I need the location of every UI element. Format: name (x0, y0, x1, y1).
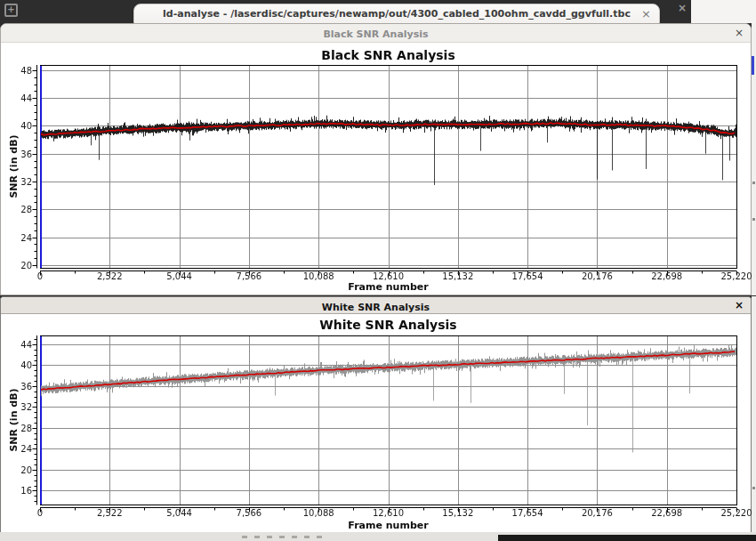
black-y-axis-label: SNR (in dB) (8, 134, 20, 198)
y-tick-label: 28 (5, 205, 32, 214)
white-snr-titlebar[interactable]: White SNR Analysis × (1, 297, 751, 314)
black-snr-window: Black SNR Analysis × Black SNR Analysis … (0, 23, 752, 295)
x-tick-label: 17,654 (507, 508, 548, 518)
bottom-window-edge (0, 532, 756, 541)
white-snr-window: White SNR Analysis × White SNR Analysis … (0, 296, 752, 532)
x-tick-label: 2,522 (89, 508, 130, 518)
y-tick-label: 32 (5, 177, 32, 187)
y-tick-label: 16 (5, 486, 32, 496)
black-snr-plot-canvas[interactable] (1, 43, 751, 295)
black-chart-title: Black SNR Analysis (40, 48, 736, 62)
y-tick-label: 24 (5, 444, 32, 454)
ld-analyse-close-button[interactable]: × (641, 4, 651, 24)
x-tick-label: 0 (20, 508, 60, 518)
ld-analyse-title: ld-analyse - /laserdisc/captures/newamp/… (134, 4, 659, 24)
x-tick-label: 25,220 (716, 508, 756, 518)
desktop: + × ld-analyse - /laserdisc/captures/new… (0, 0, 756, 541)
y-tick-label: 20 (5, 261, 32, 270)
x-tick-label: 7,566 (229, 508, 269, 518)
x-tick-label: 0 (20, 271, 60, 281)
x-tick-label: 7,566 (229, 271, 269, 281)
window-edge-artifact (752, 487, 755, 489)
x-tick-label: 20,176 (576, 508, 617, 518)
y-tick-label: 40 (5, 360, 32, 370)
black-snr-close-button[interactable]: × (735, 24, 744, 43)
y-tick-label: 48 (5, 66, 32, 76)
x-tick-label: 17,654 (507, 271, 548, 281)
y-tick-label: 40 (5, 121, 32, 131)
x-tick-label: 2,522 (89, 271, 130, 281)
black-snr-titlebar[interactable]: Black SNR Analysis × (1, 24, 751, 43)
white-snr-close-button[interactable]: × (735, 297, 744, 314)
black-snr-titlebar-title: Black SNR Analysis (323, 28, 428, 40)
y-tick-label: 28 (5, 424, 32, 433)
white-x-axis-label: Frame number (40, 520, 736, 531)
window-edge-artifact (752, 218, 755, 221)
x-tick-label: 5,044 (159, 508, 200, 518)
white-snr-chart: White SNR Analysis SNR (in dB) Frame num… (1, 314, 751, 531)
window-plus-icon: + (4, 4, 18, 17)
x-tick-label: 12,610 (368, 271, 409, 281)
x-tick-label: 15,132 (438, 271, 479, 281)
x-tick-label: 10,088 (298, 508, 339, 518)
background-window-edge (752, 296, 756, 532)
x-tick-label: 12,610 (368, 508, 409, 518)
y-tick-label: 32 (5, 402, 32, 412)
white-snr-plot-canvas[interactable] (1, 314, 751, 531)
white-chart-title: White SNR Analysis (40, 318, 736, 332)
background-window-panel (691, 0, 756, 23)
x-tick-label: 5,044 (159, 271, 200, 281)
x-tick-label: 25,220 (716, 271, 756, 281)
y-tick-label: 44 (5, 340, 32, 350)
window-edge-artifact (752, 182, 755, 184)
white-y-axis-label: SNR (in dB) (8, 388, 20, 451)
x-tick-label: 22,698 (647, 508, 688, 518)
x-tick-label: 22,698 (647, 271, 688, 281)
window-edge-artifact (242, 536, 324, 538)
black-snr-chart: Black SNR Analysis SNR (in dB) Frame num… (1, 43, 751, 295)
black-x-axis-label: Frame number (40, 281, 736, 293)
y-tick-label: 44 (5, 93, 32, 103)
background-window-edge (752, 23, 756, 295)
x-tick-label: 10,088 (298, 271, 339, 281)
y-tick-label: 20 (5, 465, 32, 475)
x-tick-label: 20,176 (576, 271, 617, 281)
y-tick-label: 36 (5, 382, 32, 392)
background-dark-window-corner (498, 535, 756, 541)
y-tick-label: 24 (5, 233, 32, 243)
white-snr-titlebar-title: White SNR Analysis (322, 302, 430, 313)
x-tick-label: 15,132 (438, 508, 479, 518)
background-blue-marker (752, 56, 754, 75)
y-tick-label: 36 (5, 149, 32, 159)
background-window-close-icon[interactable]: × (675, 2, 689, 16)
ld-analyse-titlebar[interactable]: ld-analyse - /laserdisc/captures/newamp/… (133, 4, 660, 25)
